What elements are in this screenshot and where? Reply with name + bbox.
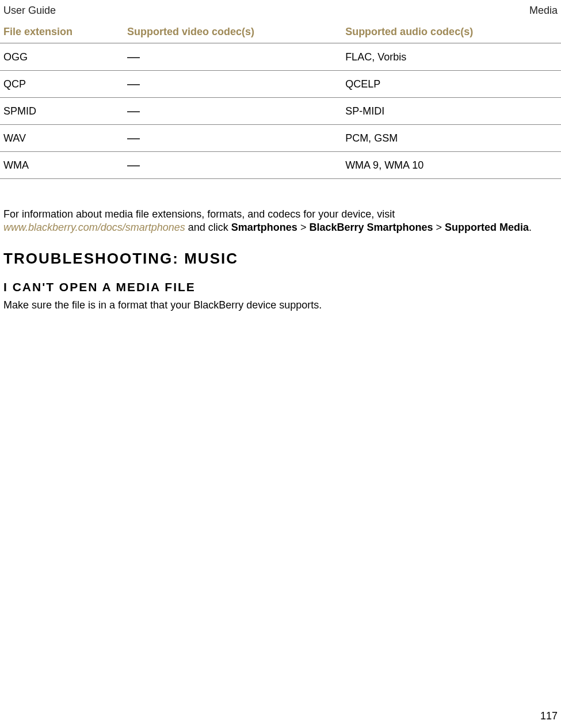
info-b2: BlackBerry Smartphones: [309, 222, 433, 233]
cell-extension: WAV: [0, 125, 124, 152]
cell-video: —: [124, 98, 342, 125]
table-row: OGG — FLAC, Vorbis: [0, 43, 561, 71]
codec-table: File extension Supported video codec(s) …: [0, 21, 561, 179]
table-row: SPMID — SP-MIDI: [0, 98, 561, 125]
cell-extension: QCP: [0, 71, 124, 98]
heading-cant-open: I can't open a media file: [0, 280, 561, 294]
body-p1: Make sure the file is in a format that y…: [0, 299, 561, 312]
info-b3: Supported Media: [445, 222, 529, 233]
page-header: User Guide Media: [0, 0, 561, 19]
page-number: 117: [540, 710, 558, 722]
cell-extension: SPMID: [0, 98, 124, 125]
info-pre: For information about media file extensi…: [3, 208, 395, 220]
heading-troubleshooting: Troubleshooting: Music: [0, 250, 561, 268]
cell-audio: FLAC, Vorbis: [342, 43, 561, 71]
table-header-row: File extension Supported video codec(s) …: [0, 21, 561, 43]
cell-extension: WMA: [0, 152, 124, 179]
table-row: QCP — QCELP: [0, 71, 561, 98]
cell-audio: PCM, GSM: [342, 125, 561, 152]
cell-video: —: [124, 43, 342, 71]
info-period: .: [529, 222, 532, 233]
info-paragraph: For information about media file extensi…: [0, 208, 561, 234]
header-right: Media: [529, 5, 558, 17]
cell-audio: SP-MIDI: [342, 98, 561, 125]
cell-audio: QCELP: [342, 71, 561, 98]
header-left: User Guide: [3, 5, 56, 17]
th-video: Supported video codec(s): [124, 21, 342, 43]
cell-video: —: [124, 152, 342, 179]
info-sep1: >: [297, 222, 310, 233]
cell-audio: WMA 9, WMA 10: [342, 152, 561, 179]
cell-video: —: [124, 125, 342, 152]
table-row: WMA — WMA 9, WMA 10: [0, 152, 561, 179]
cell-video: —: [124, 71, 342, 98]
th-extension: File extension: [0, 21, 124, 43]
info-link[interactable]: www.blackberry.com/docs/smartphones: [3, 222, 185, 233]
table-row: WAV — PCM, GSM: [0, 125, 561, 152]
th-audio: Supported audio codec(s): [342, 21, 561, 43]
info-mid1: and click: [185, 222, 231, 233]
cell-extension: OGG: [0, 43, 124, 71]
info-sep2: >: [433, 222, 445, 233]
info-b1: Smartphones: [231, 222, 297, 233]
